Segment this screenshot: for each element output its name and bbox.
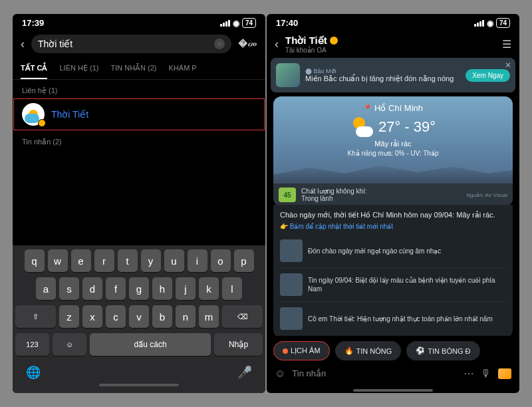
key-d[interactable]: d xyxy=(82,277,102,300)
banner-source: ⬤ Báo Mới xyxy=(305,68,460,74)
key-f[interactable]: f xyxy=(106,277,126,300)
key-a[interactable]: a xyxy=(36,277,56,300)
message-input[interactable]: Tin nhắn xyxy=(292,368,457,378)
weather-location: Hồ Chí Minh xyxy=(279,103,507,113)
news-item[interactable]: Cô em Thời tiết: Hiện tượng nhật thực to… xyxy=(280,301,506,335)
key-g[interactable]: g xyxy=(129,277,149,300)
status-bar: 17:40 ◉ 74 xyxy=(267,14,519,32)
globe-icon[interactable]: 🌐 xyxy=(26,365,41,380)
key-enter[interactable]: Nhập xyxy=(214,333,263,356)
key-s[interactable]: s xyxy=(59,277,79,300)
key-y[interactable]: y xyxy=(141,249,161,272)
aq-badge: 45 xyxy=(279,188,296,202)
verified-icon xyxy=(330,37,338,45)
quick-action-chips: LỊCH ÂM TIN NÓNG TIN BÓNG Đ xyxy=(267,336,519,363)
key-shift[interactable]: ⇧ xyxy=(15,305,56,328)
clear-icon[interactable]: ✕ xyxy=(214,39,225,49)
cellular-icon xyxy=(474,20,484,27)
key-q[interactable]: q xyxy=(25,249,45,272)
banner-close-icon[interactable]: ✕ xyxy=(505,61,511,70)
chip-lich-am[interactable]: LỊCH ÂM xyxy=(273,341,330,360)
cellular-icon xyxy=(220,20,230,27)
banner-headline: Miền Bắc chuẩn bị tăng nhiệt đón nắng nó… xyxy=(305,74,460,83)
key-i[interactable]: i xyxy=(188,249,207,272)
weather-card[interactable]: Hồ Chí Minh 27° - 39° Mây rải rác Khả nă… xyxy=(273,96,513,206)
weather-subinfo: Khả năng mưa: 0% - UV: Thấp xyxy=(279,150,507,157)
home-indicator[interactable] xyxy=(99,384,179,386)
section-messages-label: Tin nhắn (2) xyxy=(13,131,265,149)
key-emoji[interactable]: ☺ xyxy=(53,333,86,356)
key-r[interactable]: r xyxy=(94,249,114,272)
wifi-icon: ◉ xyxy=(233,19,239,28)
status-bar: 17:39 ◉ 74 xyxy=(13,14,265,32)
key-p[interactable]: p xyxy=(234,249,254,272)
news-thumb xyxy=(280,273,303,296)
key-u[interactable]: u xyxy=(164,249,184,272)
sticker-icon[interactable]: ☺ xyxy=(275,368,285,380)
section-contacts-label: Liên hệ (1) xyxy=(13,80,265,98)
back-button[interactable]: ‹ xyxy=(21,37,25,51)
search-tabs: TẤT CẢ LIÊN HỆ (1) TIN NHẮN (2) KHÁM P xyxy=(13,59,265,80)
chip-tin-nong[interactable]: TIN NÓNG xyxy=(335,341,402,360)
key-k[interactable]: k xyxy=(199,277,219,300)
chat-subtitle: Tài khoản OA xyxy=(285,47,338,54)
tab-messages[interactable]: TIN NHẮN (2) xyxy=(110,59,156,79)
back-button[interactable]: ‹ xyxy=(275,37,279,51)
contact-name: Thời Tiết xyxy=(51,109,88,120)
tab-contacts[interactable]: LIÊN HỆ (1) xyxy=(59,59,98,79)
key-delete[interactable]: ⌫ xyxy=(222,305,263,328)
banner-cta-button[interactable]: Xem Ngay xyxy=(466,69,510,82)
news-headline: Đón chào ngày mới ngọt ngào cùng âm nhạc xyxy=(308,247,506,255)
greeting-text: Chào ngày mới, thời tiết Hồ Chí Minh hôm… xyxy=(280,210,506,220)
contact-result-thoi-tiet[interactable]: Thời Tiết xyxy=(13,98,265,131)
voice-icon[interactable]: 🎙 xyxy=(481,368,491,380)
more-icon[interactable]: ⋯ xyxy=(464,367,474,380)
weather-desc: Mây rải rác xyxy=(279,140,507,148)
key-v[interactable]: v xyxy=(129,305,149,328)
aq-text: Chất lượng không khí:Trong lành xyxy=(301,188,461,202)
weather-avatar-icon xyxy=(22,103,45,126)
news-banner[interactable]: ⬤ Báo Mới Miền Bắc chuẩn bị tăng nhiệt đ… xyxy=(271,58,515,92)
weather-illustration xyxy=(273,161,513,184)
clock: 17:39 xyxy=(22,18,44,28)
key-t[interactable]: t xyxy=(118,249,138,272)
key-space[interactable]: dấu cách xyxy=(90,333,211,356)
wifi-icon: ◉ xyxy=(487,19,493,28)
banner-thumb xyxy=(276,63,300,87)
image-icon[interactable] xyxy=(498,368,511,379)
key-l[interactable]: l xyxy=(222,277,242,300)
update-link[interactable]: Bấm để cập nhật thời tiết mới nhất xyxy=(280,223,506,230)
search-input[interactable] xyxy=(38,39,210,49)
menu-icon[interactable]: ☰ xyxy=(502,38,511,51)
key-b[interactable]: b xyxy=(152,305,172,328)
key-h[interactable]: h xyxy=(152,277,172,300)
key-123[interactable]: 123 xyxy=(15,333,49,356)
clock: 17:40 xyxy=(276,18,298,28)
key-e[interactable]: e xyxy=(71,249,91,272)
chat-title: Thời Tiết xyxy=(285,35,327,47)
news-thumb xyxy=(280,307,303,330)
home-indicator[interactable] xyxy=(353,389,433,392)
news-item[interactable]: Tin ngày 09/04: Biệt đội lấy máu của bện… xyxy=(280,267,506,301)
weather-temperature: 27° - 39° xyxy=(378,118,436,136)
key-x[interactable]: x xyxy=(82,305,102,328)
chip-tin-bong-da[interactable]: TIN BÓNG Đ xyxy=(406,341,479,360)
news-headline: Tin ngày 09/04: Biệt đội lấy máu của bện… xyxy=(308,276,506,293)
key-j[interactable]: j xyxy=(176,277,196,300)
mic-icon[interactable]: 🎤 xyxy=(237,365,252,380)
key-c[interactable]: c xyxy=(106,305,126,328)
phone-right-chat: 17:40 ◉ 74 ‹ Thời Tiết Tài khoản OA ☰ ⬤ … xyxy=(267,14,519,393)
news-item[interactable]: Đón chào ngày mới ngọt ngào cùng âm nhạc xyxy=(280,234,506,267)
key-n[interactable]: n xyxy=(176,305,196,328)
aq-source: Nguồn: Air Visual xyxy=(466,192,507,198)
tab-discover[interactable]: KHÁM P xyxy=(169,59,197,79)
search-field[interactable]: ✕ xyxy=(31,35,231,53)
weather-condition-icon xyxy=(350,116,373,138)
key-o[interactable]: o xyxy=(211,249,231,272)
key-m[interactable]: m xyxy=(199,305,219,328)
key-w[interactable]: w xyxy=(48,249,68,272)
tab-all[interactable]: TẤT CẢ xyxy=(21,59,47,79)
qr-scan-icon[interactable]: �መ xyxy=(238,38,257,50)
news-thumb xyxy=(280,239,303,262)
key-z[interactable]: z xyxy=(59,305,79,328)
